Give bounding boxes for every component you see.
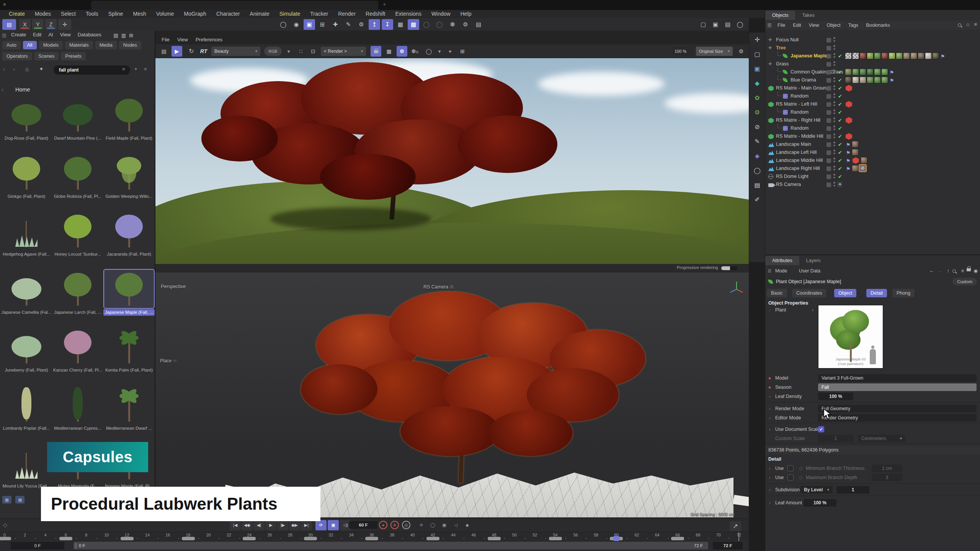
plant-thumbnail[interactable] bbox=[104, 154, 154, 192]
dock-icon[interactable]: ▥ bbox=[121, 33, 126, 38]
breadcrumb-back-icon[interactable]: ‹ bbox=[2, 86, 3, 93]
redshift-tag-icon[interactable] bbox=[846, 85, 852, 91]
asset-tab-nodes[interactable]: Nodes bbox=[119, 41, 141, 49]
asset-tab-materials[interactable]: Materials bbox=[65, 41, 93, 49]
editor-toggle[interactable] bbox=[826, 70, 831, 75]
autokey-button[interactable]: A bbox=[390, 521, 399, 529]
visibility-dots[interactable] bbox=[833, 174, 835, 179]
plant-item-mediterranean-cypr[interactable]: Mediterranean Cypres... bbox=[53, 386, 103, 442]
range-grip[interactable] bbox=[75, 543, 77, 548]
plant-item-japanese-larch-fa[interactable]: Japanese Larch (Fall, ... bbox=[53, 270, 103, 326]
axis-lock-a-icon[interactable]: ◯ bbox=[421, 19, 432, 30]
menu-volume[interactable]: Volume bbox=[151, 10, 179, 18]
material-swatch[interactable] bbox=[845, 68, 852, 75]
material-swatch[interactable] bbox=[874, 68, 881, 75]
grid-snap-icon[interactable]: ▦ bbox=[395, 19, 406, 30]
menu-tools[interactable]: Tools bbox=[81, 10, 103, 18]
material-swatch[interactable] bbox=[852, 77, 859, 83]
plant-item-field-maple-fall[interactable]: Field Maple (Fall, Plant) bbox=[104, 96, 154, 152]
object-row-rs-matrix-middle-hill[interactable]: RS Matrix - Middle Hill✔ bbox=[765, 132, 980, 140]
visibility-dots[interactable] bbox=[833, 150, 835, 155]
editor-toggle[interactable] bbox=[826, 150, 831, 155]
goto-start-button[interactable]: |◀ bbox=[230, 520, 241, 530]
keyframe-selection-button[interactable]: ◎ bbox=[402, 521, 410, 529]
enabled-check-icon[interactable]: ✔ bbox=[838, 52, 842, 60]
asset-tab-auto[interactable]: Auto bbox=[2, 41, 21, 49]
sort-icon[interactable]: ▾ bbox=[135, 67, 137, 72]
object-row-blue-grama[interactable]: Blue Grama✔⚑ bbox=[765, 76, 980, 84]
render-pass-dropdown[interactable]: Beauty▾ bbox=[211, 47, 260, 56]
asset-menu-ai[interactable]: AI bbox=[45, 31, 56, 39]
editor-toggle[interactable] bbox=[826, 183, 831, 187]
fcurve-ramp-icon[interactable]: ↗ bbox=[730, 521, 741, 531]
menu-mograph[interactable]: MoGraph bbox=[179, 10, 211, 18]
visibility-dots[interactable] bbox=[833, 61, 835, 67]
history-icon[interactable]: ◉ bbox=[973, 267, 978, 275]
object-row-random[interactable]: ∴Random✔ bbox=[765, 92, 980, 100]
plant-thumbnail[interactable] bbox=[2, 270, 51, 308]
visibility-dots[interactable] bbox=[833, 69, 835, 75]
record-button[interactable]: ● bbox=[379, 521, 387, 529]
axis-y-button[interactable]: Y bbox=[32, 19, 44, 30]
plant-thumbnail[interactable] bbox=[53, 96, 103, 134]
plant-thumbnail[interactable] bbox=[53, 212, 103, 250]
visibility-dots[interactable] bbox=[833, 37, 835, 43]
asset-menu-databases[interactable]: Databases bbox=[74, 31, 105, 39]
refresh-icon[interactable]: ↻ bbox=[186, 46, 197, 57]
goto-end-button[interactable]: ▶| bbox=[301, 520, 312, 530]
object-row-landscape-middle-hill[interactable]: Landscape Middle Hill✔⚑ bbox=[765, 156, 980, 165]
freeze-icon[interactable]: ❆ bbox=[447, 19, 458, 30]
om-menu-tags[interactable]: Tags bbox=[844, 21, 862, 30]
annotation-flag-icon[interactable]: ⚑ bbox=[941, 52, 945, 60]
document-tab[interactable] bbox=[91, 1, 378, 10]
editor-toggle[interactable] bbox=[826, 62, 831, 67]
visibility-dots[interactable] bbox=[833, 142, 835, 147]
record-pla-icon[interactable]: ◆ bbox=[462, 520, 473, 530]
editor-toggle[interactable] bbox=[826, 110, 831, 115]
enabled-check-icon[interactable]: ✔ bbox=[838, 68, 842, 76]
snapshot-g-icon[interactable]: ❆G bbox=[410, 46, 420, 57]
menu-spline[interactable]: Spline bbox=[103, 10, 128, 18]
material-swatch[interactable] bbox=[910, 52, 917, 59]
layout-single-icon[interactable]: ▢ bbox=[697, 19, 709, 30]
editor-toggle[interactable] bbox=[826, 38, 831, 42]
enabled-check-icon[interactable]: ✔ bbox=[838, 92, 842, 100]
home-icon[interactable]: ⌂ bbox=[25, 66, 29, 72]
plant-item-globe-robinia-fal[interactable]: Globe Robinia (Fall, Pl... bbox=[53, 154, 103, 210]
enabled-check-icon[interactable]: ✔ bbox=[838, 165, 842, 173]
plant-thumbnail[interactable] bbox=[104, 96, 154, 134]
enabled-check-icon[interactable]: ✔ bbox=[838, 100, 842, 108]
editor-mode-dropdown[interactable]: Render Geometry bbox=[818, 414, 977, 422]
new-tab-icon[interactable]: + bbox=[383, 1, 386, 7]
plant-thumbnail[interactable] bbox=[2, 386, 51, 424]
visibility-dots[interactable] bbox=[833, 134, 835, 139]
plant-thumbnail[interactable] bbox=[2, 328, 51, 366]
annotation-flag-icon[interactable]: ⚑ bbox=[846, 149, 851, 157]
plant-item-japanese-maple-fa[interactable]: Japanese Maple (Fall, ... bbox=[104, 270, 154, 326]
drop-to-floor-icon[interactable]: ↧ bbox=[382, 19, 393, 30]
object-row-landscape-main[interactable]: Landscape Main✔⚑ bbox=[765, 140, 980, 148]
material-swatch[interactable] bbox=[845, 77, 852, 83]
object-row-landscape-left-hill[interactable]: Landscape Left Hill✔⚑ bbox=[765, 148, 980, 156]
material-swatch[interactable] bbox=[932, 52, 939, 59]
menu-tracker[interactable]: Tracker bbox=[305, 10, 333, 18]
fit-view-icon[interactable]: ⊞ bbox=[457, 46, 468, 57]
material-swatch[interactable] bbox=[903, 52, 910, 59]
editor-toggle[interactable] bbox=[826, 102, 831, 107]
plane-tool-icon[interactable]: ▢ bbox=[749, 47, 765, 62]
lock-icon[interactable] bbox=[371, 46, 381, 57]
material-swatch[interactable] bbox=[859, 77, 866, 83]
plant-item-dog-rose-fall-pl[interactable]: Dog-Rose (Fall, Plant) bbox=[2, 96, 51, 152]
next-frame-button[interactable]: |▶ bbox=[277, 520, 288, 530]
om-menu-file[interactable]: File bbox=[774, 21, 789, 30]
play-render-icon[interactable]: ▶ bbox=[172, 46, 182, 57]
material-swatch[interactable] bbox=[852, 52, 859, 59]
popout-icon[interactable]: ⊞ bbox=[129, 33, 133, 38]
tab-objects[interactable]: Objects bbox=[765, 11, 795, 20]
plant-thumbnail[interactable] bbox=[2, 212, 51, 250]
tab-takes[interactable]: Takes bbox=[795, 11, 822, 20]
material-swatch[interactable] bbox=[859, 68, 866, 75]
render-view-image[interactable] bbox=[155, 58, 749, 264]
attr-tab-detail[interactable]: Detail bbox=[866, 289, 887, 297]
redshift-tag-icon[interactable] bbox=[846, 101, 852, 108]
